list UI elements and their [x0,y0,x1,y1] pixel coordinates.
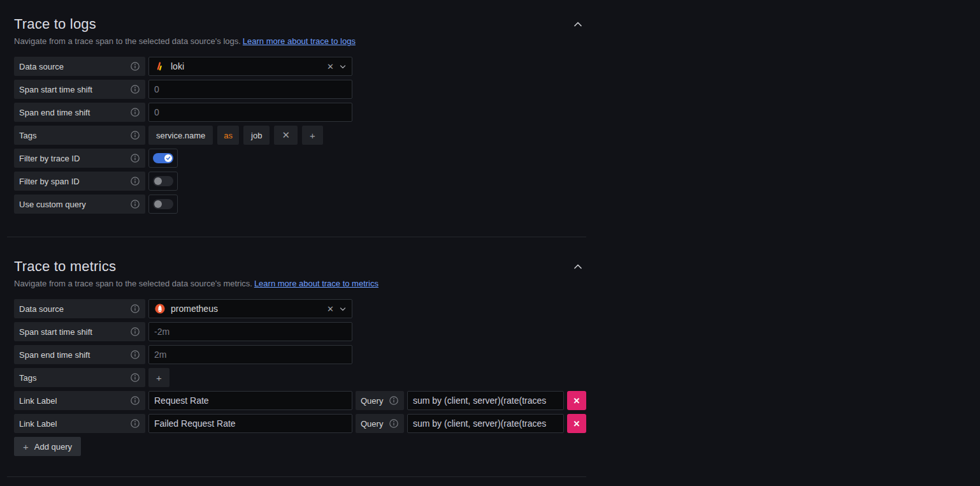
info-icon[interactable] [131,131,140,140]
filter-trace-id-row: Filter by trace ID [14,149,980,168]
toggle-on [153,153,173,163]
info-icon[interactable] [131,419,140,428]
filter-trace-id-toggle[interactable] [148,149,178,168]
query-input[interactable] [407,391,564,410]
plus-icon: + [23,441,29,452]
span-start-row: Span start time shift [14,322,980,341]
toggle-knob [154,177,162,185]
tags-row: Tags + [14,368,980,387]
span-start-input[interactable] [148,80,352,99]
datasource-row: Data source loki ✕ [14,57,980,76]
field-label: Use custom query [14,195,145,214]
info-icon[interactable] [131,350,140,359]
info-icon[interactable] [389,419,398,428]
info-icon[interactable] [131,62,140,71]
clear-selection-icon[interactable]: ✕ [327,63,334,71]
tag-key-chip[interactable]: service.name [148,126,213,145]
link-label-input[interactable] [148,414,352,433]
query-label: Query [356,414,404,433]
field-label: Tags [14,368,145,387]
span-end-row: Span end time shift [14,345,980,364]
section-divider [7,476,586,477]
plus-icon: + [156,372,162,383]
trace-to-metrics-header: Trace to metrics [14,258,586,276]
field-label: Filter by trace ID [14,149,145,168]
span-end-row: Span end time shift [14,103,980,122]
toggle-knob [154,200,162,208]
chevron-up-icon [573,20,582,28]
metric-link-row: Link Label Query ✕ [14,391,980,410]
plus-icon: + [310,130,315,141]
delete-query-button[interactable]: ✕ [567,391,586,410]
info-icon[interactable] [131,154,140,163]
metric-link-row: Link Label Query ✕ [14,414,980,433]
tag-value-chip[interactable]: job [243,126,270,145]
toggle-off [153,176,173,186]
span-end-input[interactable] [148,345,352,364]
info-icon[interactable] [131,200,140,209]
field-label: Data source [14,57,145,76]
info-icon[interactable] [131,327,140,336]
tags-editor: + [148,368,169,387]
datasource-settings-page: Trace to logs Navigate from a trace span… [0,0,980,477]
tags-editor: service.name as job ✕ + [148,126,323,145]
learn-more-link[interactable]: Learn more about trace to logs [243,36,356,46]
selected-datasource: loki [171,61,321,71]
section-title: Trace to logs [14,15,96,33]
toggle-off [153,199,173,209]
caret-down-icon[interactable] [340,306,346,312]
info-icon[interactable] [131,373,140,382]
field-label: Filter by span ID [14,172,145,191]
info-icon[interactable] [131,396,140,405]
trace-to-logs-section: Trace to logs Navigate from a trace span… [14,15,980,214]
datasource-select[interactable]: loki ✕ [148,57,352,76]
info-icon[interactable] [131,85,140,94]
add-query-button[interactable]: + Add query [14,437,81,456]
datasource-select[interactable]: prometheus ✕ [148,299,352,318]
use-custom-query-row: Use custom query [14,195,980,214]
link-label-input[interactable] [148,391,352,410]
collapse-section-button[interactable] [570,258,586,276]
learn-more-link[interactable]: Learn more about trace to metrics [254,279,378,288]
field-label: Link Label [14,391,145,410]
info-icon[interactable] [131,108,140,117]
field-label: Span end time shift [14,345,145,364]
section-title: Trace to metrics [14,258,116,276]
use-custom-query-toggle[interactable] [148,195,178,214]
remove-tag-button[interactable]: ✕ [274,126,298,145]
query-input[interactable] [407,414,564,433]
selected-datasource: prometheus [171,304,321,314]
add-tag-button[interactable]: + [302,126,323,145]
field-label: Span start time shift [14,80,145,99]
info-icon[interactable] [131,304,140,313]
delete-query-button[interactable]: ✕ [567,414,586,433]
filter-span-id-row: Filter by span ID [14,172,980,191]
close-icon: ✕ [573,419,580,429]
add-tag-button[interactable]: + [148,368,169,387]
toggle-knob [164,154,172,162]
field-label: Span start time shift [14,322,145,341]
clear-selection-icon[interactable]: ✕ [327,305,334,313]
datasource-row: Data source prometheus ✕ [14,299,980,318]
chevron-up-icon [573,263,582,270]
query-label: Query [356,391,404,410]
section-description: Navigate from a trace span to the select… [14,36,980,46]
span-start-input[interactable] [148,322,352,341]
info-icon[interactable] [389,396,398,405]
trace-to-logs-header: Trace to logs [14,15,586,33]
loki-datasource-icon [155,61,165,71]
close-icon: ✕ [573,396,580,406]
tag-operator-chip[interactable]: as [217,126,239,145]
prometheus-datasource-icon [155,304,165,314]
field-label: Tags [14,126,145,145]
collapse-section-button[interactable] [570,15,586,33]
span-end-input[interactable] [148,103,352,122]
add-query-label: Add query [34,442,72,452]
tags-row: Tags service.name as job ✕ + [14,126,980,145]
filter-span-id-toggle[interactable] [148,172,178,191]
section-description: Navigate from a trace span to the select… [14,279,980,288]
info-icon[interactable] [131,177,140,186]
field-label: Data source [14,299,145,318]
field-label: Span end time shift [14,103,145,122]
caret-down-icon[interactable] [340,64,346,70]
